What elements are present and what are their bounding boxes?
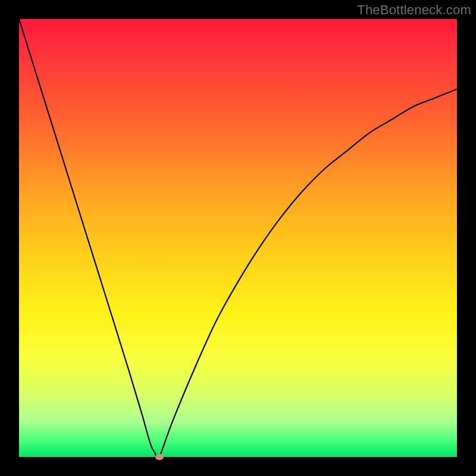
- watermark-text: TheBottleneck.com: [357, 2, 471, 18]
- optimal-marker: [155, 454, 164, 460]
- bottleneck-curve: [19, 19, 457, 457]
- plot-area: [19, 19, 457, 457]
- chart-frame: TheBottleneck.com: [0, 0, 476, 476]
